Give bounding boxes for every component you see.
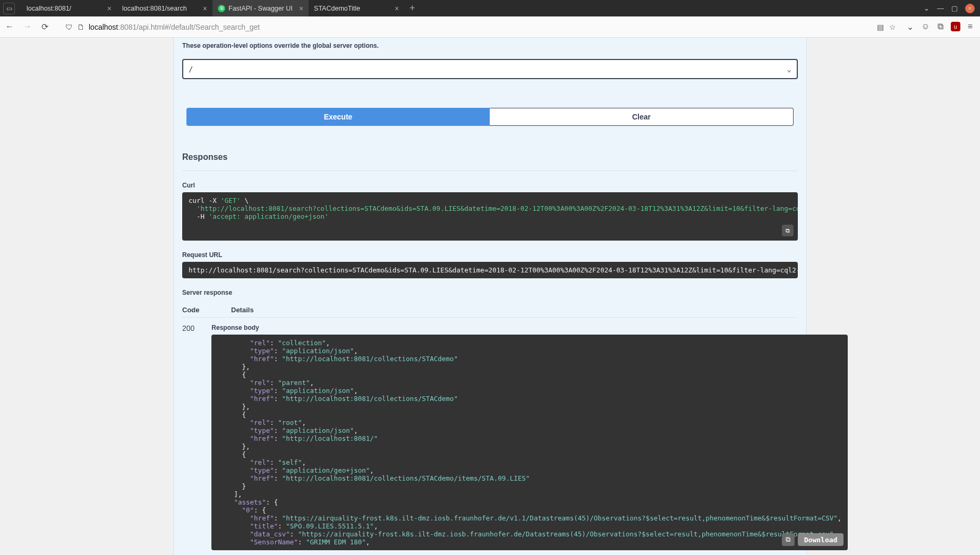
star-icon[interactable]: ☆: [889, 23, 896, 31]
lock-icon[interactable]: 🗋: [77, 23, 84, 31]
maximize-icon[interactable]: ▢: [951, 4, 958, 12]
hamburger-icon[interactable]: ≡: [968, 22, 973, 32]
tab-3-active[interactable]: ⦿ FastAPI - Swagger UI ×: [212, 0, 309, 16]
back-icon[interactable]: ←: [5, 22, 14, 32]
clear-button[interactable]: Clear: [490, 108, 794, 126]
ublock-icon[interactable]: u: [951, 22, 960, 31]
tab-title: STACdemoTitle: [314, 5, 360, 12]
server-value: /: [189, 65, 193, 73]
app-menu-icon[interactable]: ▭: [3, 3, 15, 14]
extensions-icon[interactable]: ⧉: [938, 22, 943, 32]
minimize-icon[interactable]: —: [937, 4, 944, 12]
close-icon[interactable]: ×: [293, 4, 303, 13]
forward-icon[interactable]: →: [23, 22, 32, 32]
reader-icon[interactable]: ▤: [877, 23, 884, 31]
server-select[interactable]: / ⌄: [182, 59, 798, 79]
tab-title: localhost:8081/search: [122, 5, 187, 12]
account-icon[interactable]: ☺: [921, 22, 930, 32]
url-host: localhost: [89, 23, 118, 31]
address-bar[interactable]: 🛡 🗋 localhost:8081/api.html#/default/Sea…: [60, 19, 901, 35]
tab-bar: ▭ localhost:8081/ × localhost:8081/searc…: [0, 0, 980, 16]
fastapi-favicon-icon: ⦿: [218, 5, 225, 12]
tab-title: FastAPI - Swagger UI: [228, 5, 293, 12]
status-code: 200: [182, 324, 194, 555]
chevron-down-icon[interactable]: ⌄: [924, 4, 930, 12]
browser-toolbar: ← → ⟳ 🛡 🗋 localhost:8081/api.html#/defau…: [0, 16, 980, 38]
new-tab-button[interactable]: +: [404, 3, 421, 14]
shield-icon[interactable]: 🛡: [65, 23, 73, 31]
response-body-block: "rel": "collection", "type": "applicatio…: [211, 335, 848, 550]
tab-4[interactable]: STACdemoTitle ×: [309, 0, 404, 16]
url-path: :8081/api.html#/default/Search_search_ge…: [118, 23, 260, 31]
col-code: Code: [182, 306, 214, 314]
curl-label: Curl: [182, 182, 798, 189]
download-button[interactable]: Download: [798, 533, 844, 546]
pocket-icon[interactable]: ⌄: [907, 22, 914, 32]
request-url-label: Request URL: [182, 251, 798, 259]
close-icon[interactable]: ×: [101, 4, 112, 13]
execute-button[interactable]: Execute: [186, 108, 490, 126]
tab-2[interactable]: localhost:8081/search ×: [117, 0, 212, 16]
copy-icon[interactable]: ⧉: [782, 225, 794, 236]
col-details: Details: [231, 306, 254, 314]
response-body-label: Response body: [211, 324, 848, 331]
curl-block: curl -X 'GET' \ 'http://localhost:8081/s…: [182, 192, 798, 241]
reload-icon[interactable]: ⟳: [41, 22, 48, 32]
override-note: These operation-level options override t…: [182, 38, 798, 49]
close-icon[interactable]: ×: [388, 4, 399, 13]
tab-title: localhost:8081/: [27, 5, 71, 12]
tab-1[interactable]: localhost:8081/ ×: [21, 0, 117, 16]
server-response-label: Server response: [182, 289, 798, 296]
copy-icon[interactable]: ⧉: [782, 533, 795, 546]
close-icon[interactable]: ×: [197, 4, 207, 13]
close-window-icon[interactable]: ×: [965, 4, 975, 13]
request-url-block: http://localhost:8081/search?collections…: [182, 262, 798, 278]
responses-heading: Responses: [182, 142, 798, 171]
chevron-down-icon: ⌄: [787, 65, 791, 73]
